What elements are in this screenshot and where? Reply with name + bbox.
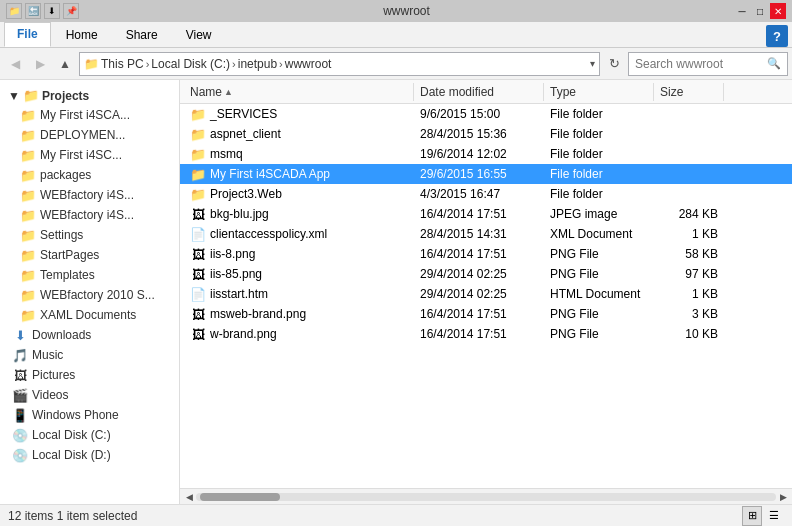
hscroll-track[interactable] [196, 493, 776, 501]
sidebar-group-projects[interactable]: ▼ 📁 Projects [0, 84, 179, 105]
tab-home[interactable]: Home [53, 23, 111, 47]
up-button[interactable]: ▲ [54, 53, 76, 75]
folder-icon: 📁 [190, 186, 206, 202]
sidebar: ▼ 📁 Projects 📁My First i4SCA... 📁DEPLOYM… [0, 80, 180, 504]
tab-file[interactable]: File [4, 22, 51, 47]
breadcrumb-localdisk[interactable]: Local Disk (C:) [151, 57, 230, 71]
file-row-selected[interactable]: 📁My First i4SCADA App 29/6/2015 16:55 Fi… [180, 164, 792, 184]
folder-icon: 📁 [190, 146, 206, 162]
sidebar-item-webfactory-i4s2[interactable]: 📁WEBfactory i4S... [0, 205, 179, 225]
address-dropdown-icon[interactable]: ▾ [590, 58, 595, 69]
horizontal-scrollbar[interactable]: ◀ ▶ [180, 488, 792, 504]
back-button[interactable]: ◀ [4, 53, 26, 75]
hscroll-thumb[interactable] [200, 493, 280, 501]
html-icon: 📄 [190, 286, 206, 302]
pictures-icon: 🖼 [12, 367, 28, 383]
sidebar-item-my-first-i4scada[interactable]: 📁My First i4SCA... [0, 105, 179, 125]
help-button[interactable]: ? [766, 25, 788, 47]
list-view-icon[interactable]: ☰ [764, 506, 784, 526]
sidebar-item-pictures[interactable]: 🖼Pictures [0, 365, 179, 385]
sidebar-item-deployment[interactable]: 📁DEPLOYMEN... [0, 125, 179, 145]
sort-arrow-icon: ▲ [224, 87, 233, 97]
sidebar-item-settings[interactable]: 📁Settings [0, 225, 179, 245]
sidebar-item-music[interactable]: 🎵Music [0, 345, 179, 365]
file-row[interactable]: 🖼msweb-brand.png 16/4/2014 17:51 PNG Fil… [180, 304, 792, 324]
png-icon: 🖼 [190, 306, 206, 322]
sidebar-item-local-disk-c[interactable]: 💿Local Disk (C:) [0, 425, 179, 445]
breadcrumb-thispc[interactable]: This PC [101, 57, 144, 71]
sidebar-item-my-first-i4sc[interactable]: 📁My First i4SC... [0, 145, 179, 165]
forward-button[interactable]: ▶ [29, 53, 51, 75]
close-button[interactable]: ✕ [770, 3, 786, 19]
search-box[interactable]: 🔍 [628, 52, 788, 76]
file-row[interactable]: 🖼bkg-blu.jpg 16/4/2014 17:51 JPEG image … [180, 204, 792, 224]
file-row[interactable]: 📄iisstart.htm 29/4/2014 02:25 HTML Docum… [180, 284, 792, 304]
ribbon-tabs: File Home Share View ? [0, 22, 792, 47]
file-row[interactable]: 📁Project3.Web 4/3/2015 16:47 File folder [180, 184, 792, 204]
sidebar-item-videos[interactable]: 🎬Videos [0, 385, 179, 405]
sidebar-item-windows-phone[interactable]: 📱Windows Phone [0, 405, 179, 425]
scroll-left-icon[interactable]: ◀ [182, 490, 196, 504]
file-row[interactable]: 🖼w-brand.png 16/4/2014 17:51 PNG File 10… [180, 324, 792, 344]
search-input[interactable] [635, 57, 764, 71]
col-header-date[interactable]: Date modified [414, 83, 544, 101]
sidebar-item-packages[interactable]: 📁packages [0, 165, 179, 185]
main-content: ▼ 📁 Projects 📁My First i4SCA... 📁DEPLOYM… [0, 80, 792, 504]
folder-icon: 📁 [190, 126, 206, 142]
breadcrumb-inetpub[interactable]: inetpub [238, 57, 277, 71]
file-row[interactable]: 📁aspnet_client 28/4/2015 15:36 File fold… [180, 124, 792, 144]
window-icon[interactable]: 📁 [6, 3, 22, 19]
col-date-label: Date modified [420, 85, 494, 99]
window-title: wwwroot [79, 4, 734, 18]
music-icon: 🎵 [12, 347, 28, 363]
png-icon: 🖼 [190, 326, 206, 342]
folder-icon: 📁 [20, 107, 36, 123]
col-size-label: Size [660, 85, 683, 99]
col-header-type[interactable]: Type [544, 83, 654, 101]
file-row[interactable]: 📁_SERVICES 9/6/2015 15:00 File folder [180, 104, 792, 124]
projects-expand-icon: ▼ [8, 89, 20, 103]
folder-icon: 📁 [20, 287, 36, 303]
quick-access-icon[interactable]: 🔙 [25, 3, 41, 19]
file-row[interactable]: 🖼iis-85.png 29/4/2014 02:25 PNG File 97 … [180, 264, 792, 284]
quick-access-icon3[interactable]: 📌 [63, 3, 79, 19]
maximize-button[interactable]: □ [752, 3, 768, 19]
folder-icon: 📁 [20, 247, 36, 263]
sidebar-item-local-disk-d[interactable]: 💿Local Disk (D:) [0, 445, 179, 465]
png-icon: 🖼 [190, 246, 206, 262]
file-row[interactable]: 📁msmq 19/6/2014 12:02 File folder [180, 144, 792, 164]
png-icon: 🖼 [190, 266, 206, 282]
file-row[interactable]: 📄clientaccesspolicy.xml 28/4/2015 14:31 … [180, 224, 792, 244]
file-row[interactable]: 🖼iis-8.png 16/4/2014 17:51 PNG File 58 K… [180, 244, 792, 264]
folder-icon: 📁 [190, 106, 206, 122]
col-header-size[interactable]: Size [654, 83, 724, 101]
minimize-button[interactable]: ─ [734, 3, 750, 19]
sidebar-item-templates[interactable]: 📁Templates [0, 265, 179, 285]
sidebar-item-webfactory-i4s1[interactable]: 📁WEBfactory i4S... [0, 185, 179, 205]
folder-icon: 📁 [20, 267, 36, 283]
addressbar: ◀ ▶ ▲ 📁 This PC › Local Disk (C:) › inet… [0, 48, 792, 80]
search-icon: 🔍 [767, 57, 781, 70]
sidebar-item-startpages[interactable]: 📁StartPages [0, 245, 179, 265]
folder-icon: 📁 [20, 167, 36, 183]
sidebar-projects-label: Projects [42, 89, 89, 103]
videos-icon: 🎬 [12, 387, 28, 403]
statusbar-view-icons: ⊞ ☰ [742, 506, 784, 526]
address-box[interactable]: 📁 This PC › Local Disk (C:) › inetpub › … [79, 52, 600, 76]
quick-access-icon2[interactable]: ⬇ [44, 3, 60, 19]
sidebar-item-downloads[interactable]: ⬇Downloads [0, 325, 179, 345]
grid-view-icon[interactable]: ⊞ [742, 506, 762, 526]
refresh-button[interactable]: ↻ [603, 53, 625, 75]
sidebar-item-xaml-documents[interactable]: 📁XAML Documents [0, 305, 179, 325]
scroll-right-icon[interactable]: ▶ [776, 490, 790, 504]
tab-share[interactable]: Share [113, 23, 171, 47]
sidebar-item-webfactory2010[interactable]: 📁WEBfactory 2010 S... [0, 285, 179, 305]
phone-icon: 📱 [12, 407, 28, 423]
col-header-name[interactable]: Name ▲ [184, 83, 414, 101]
statusbar-text: 12 items 1 item selected [8, 509, 137, 523]
file-list: 📁_SERVICES 9/6/2015 15:00 File folder 📁a… [180, 104, 792, 488]
folder-icon: 📁 [20, 207, 36, 223]
tab-view[interactable]: View [173, 23, 225, 47]
column-headers: Name ▲ Date modified Type Size [180, 80, 792, 104]
breadcrumb-wwwroot[interactable]: wwwroot [285, 57, 332, 71]
